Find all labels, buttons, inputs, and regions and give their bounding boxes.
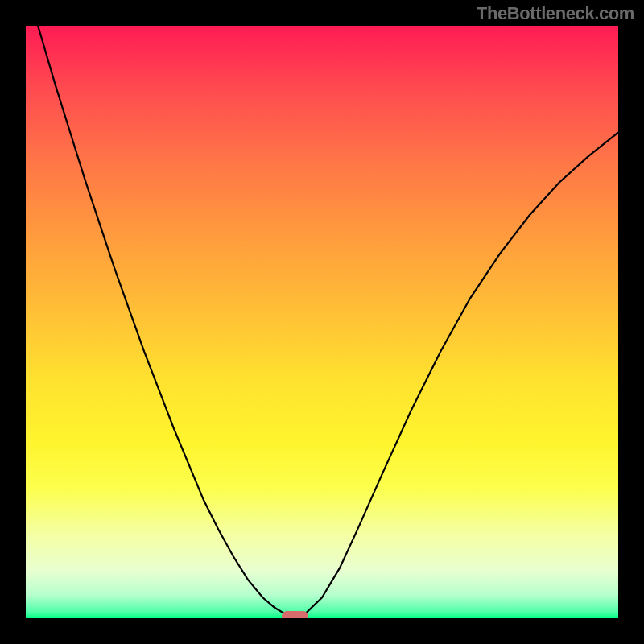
image-frame: TheBottleneck.com bbox=[0, 0, 644, 644]
minimum-marker bbox=[282, 611, 308, 618]
attribution-watermark: TheBottleneck.com bbox=[477, 3, 634, 24]
gradient-plot-area bbox=[26, 26, 618, 618]
bottleneck-curve bbox=[26, 26, 618, 618]
